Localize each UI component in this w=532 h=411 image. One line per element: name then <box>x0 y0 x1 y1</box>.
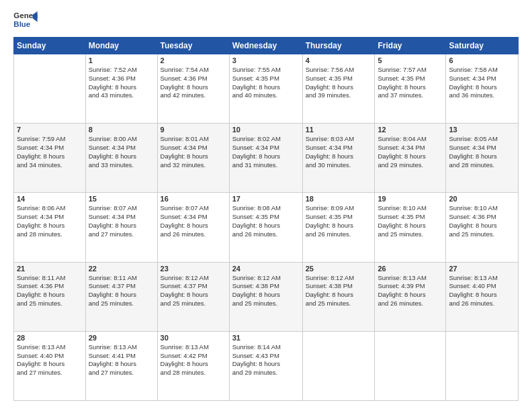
calendar-cell: 20Sunrise: 8:10 AM Sunset: 4:36 PM Dayli… <box>446 193 519 262</box>
calendar-cell: 13Sunrise: 8:05 AM Sunset: 4:34 PM Dayli… <box>446 124 519 193</box>
day-info: Sunrise: 8:00 AM Sunset: 4:34 PM Dayligh… <box>89 135 154 169</box>
svg-text:Blue: Blue <box>13 20 30 28</box>
page: General Blue SundayMondayTuesdayWednesda… <box>0 0 532 411</box>
calendar-cell: 9Sunrise: 8:01 AM Sunset: 4:34 PM Daylig… <box>157 124 229 193</box>
calendar-cell: 22Sunrise: 8:11 AM Sunset: 4:37 PM Dayli… <box>85 262 157 331</box>
day-info: Sunrise: 7:58 AM Sunset: 4:34 PM Dayligh… <box>449 66 515 100</box>
day-info: Sunrise: 8:05 AM Sunset: 4:34 PM Dayligh… <box>449 135 515 169</box>
col-header-sunday: Sunday <box>14 38 86 54</box>
col-header-thursday: Thursday <box>302 38 375 54</box>
calendar-cell <box>302 331 375 400</box>
day-number: 16 <box>161 195 226 203</box>
calendar-cell: 2Sunrise: 7:54 AM Sunset: 4:36 PM Daylig… <box>157 54 229 124</box>
day-number: 15 <box>89 195 154 203</box>
calendar-cell: 1Sunrise: 7:52 AM Sunset: 4:36 PM Daylig… <box>85 54 157 124</box>
calendar-cell: 4Sunrise: 7:56 AM Sunset: 4:35 PM Daylig… <box>302 54 375 124</box>
day-number: 31 <box>232 334 300 342</box>
calendar-cell: 12Sunrise: 8:04 AM Sunset: 4:34 PM Dayli… <box>375 124 446 193</box>
calendar-cell: 15Sunrise: 8:07 AM Sunset: 4:34 PM Dayli… <box>85 193 157 262</box>
day-info: Sunrise: 7:55 AM Sunset: 4:35 PM Dayligh… <box>232 66 300 100</box>
logo-icon: General Blue <box>13 10 38 30</box>
day-info: Sunrise: 8:11 AM Sunset: 4:37 PM Dayligh… <box>89 274 154 308</box>
day-info: Sunrise: 8:10 AM Sunset: 4:35 PM Dayligh… <box>378 204 443 238</box>
calendar-week-4: 21Sunrise: 8:11 AM Sunset: 4:36 PM Dayli… <box>14 262 519 331</box>
day-number: 29 <box>89 334 154 342</box>
calendar-cell: 31Sunrise: 8:14 AM Sunset: 4:43 PM Dayli… <box>229 331 302 400</box>
day-number: 9 <box>161 126 226 134</box>
calendar-cell: 11Sunrise: 8:03 AM Sunset: 4:34 PM Dayli… <box>302 124 375 193</box>
day-info: Sunrise: 8:12 AM Sunset: 4:37 PM Dayligh… <box>161 274 226 308</box>
day-info: Sunrise: 8:13 AM Sunset: 4:41 PM Dayligh… <box>89 343 154 377</box>
calendar-cell <box>375 331 446 400</box>
calendar-cell: 10Sunrise: 8:02 AM Sunset: 4:34 PM Dayli… <box>229 124 302 193</box>
calendar-cell: 25Sunrise: 8:12 AM Sunset: 4:38 PM Dayli… <box>302 262 375 331</box>
day-info: Sunrise: 8:13 AM Sunset: 4:40 PM Dayligh… <box>449 274 515 308</box>
calendar-cell: 16Sunrise: 8:07 AM Sunset: 4:34 PM Dayli… <box>157 193 229 262</box>
calendar-cell: 29Sunrise: 8:13 AM Sunset: 4:41 PM Dayli… <box>85 331 157 400</box>
day-info: Sunrise: 8:07 AM Sunset: 4:34 PM Dayligh… <box>161 204 226 238</box>
day-info: Sunrise: 7:56 AM Sunset: 4:35 PM Dayligh… <box>306 66 372 100</box>
day-info: Sunrise: 8:09 AM Sunset: 4:35 PM Dayligh… <box>306 204 372 238</box>
day-info: Sunrise: 7:57 AM Sunset: 4:35 PM Dayligh… <box>378 66 443 100</box>
day-number: 4 <box>306 56 372 64</box>
col-header-saturday: Saturday <box>446 38 519 54</box>
day-info: Sunrise: 7:52 AM Sunset: 4:36 PM Dayligh… <box>89 66 154 100</box>
day-number: 26 <box>378 265 443 273</box>
day-number: 3 <box>232 56 300 64</box>
day-number: 11 <box>306 126 372 134</box>
day-number: 18 <box>306 195 372 203</box>
day-info: Sunrise: 8:13 AM Sunset: 4:40 PM Dayligh… <box>17 343 83 377</box>
day-info: Sunrise: 7:59 AM Sunset: 4:34 PM Dayligh… <box>17 135 83 169</box>
calendar-cell: 23Sunrise: 8:12 AM Sunset: 4:37 PM Dayli… <box>157 262 229 331</box>
day-number: 6 <box>449 56 515 64</box>
calendar-cell: 28Sunrise: 8:13 AM Sunset: 4:40 PM Dayli… <box>14 331 86 400</box>
calendar-cell <box>14 54 86 124</box>
calendar-cell: 30Sunrise: 8:13 AM Sunset: 4:42 PM Dayli… <box>157 331 229 400</box>
day-info: Sunrise: 8:12 AM Sunset: 4:38 PM Dayligh… <box>232 274 300 308</box>
calendar-cell: 7Sunrise: 7:59 AM Sunset: 4:34 PM Daylig… <box>14 124 86 193</box>
day-info: Sunrise: 8:11 AM Sunset: 4:36 PM Dayligh… <box>17 274 83 308</box>
day-number: 12 <box>378 126 443 134</box>
day-info: Sunrise: 8:01 AM Sunset: 4:34 PM Dayligh… <box>161 135 226 169</box>
calendar-cell: 17Sunrise: 8:08 AM Sunset: 4:35 PM Dayli… <box>229 193 302 262</box>
day-info: Sunrise: 8:13 AM Sunset: 4:39 PM Dayligh… <box>378 274 443 308</box>
header: General Blue <box>13 10 519 30</box>
calendar-cell: 24Sunrise: 8:12 AM Sunset: 4:38 PM Dayli… <box>229 262 302 331</box>
day-info: Sunrise: 8:03 AM Sunset: 4:34 PM Dayligh… <box>306 135 372 169</box>
day-number: 22 <box>89 265 154 273</box>
calendar-cell: 8Sunrise: 8:00 AM Sunset: 4:34 PM Daylig… <box>85 124 157 193</box>
day-number: 5 <box>378 56 443 64</box>
day-number: 30 <box>161 334 226 342</box>
day-info: Sunrise: 7:54 AM Sunset: 4:36 PM Dayligh… <box>161 66 226 100</box>
day-number: 23 <box>161 265 226 273</box>
calendar-week-1: 1Sunrise: 7:52 AM Sunset: 4:36 PM Daylig… <box>14 54 519 124</box>
day-number: 13 <box>449 126 515 134</box>
calendar-cell: 19Sunrise: 8:10 AM Sunset: 4:35 PM Dayli… <box>375 193 446 262</box>
day-info: Sunrise: 8:14 AM Sunset: 4:43 PM Dayligh… <box>232 343 300 377</box>
day-info: Sunrise: 8:08 AM Sunset: 4:35 PM Dayligh… <box>232 204 300 238</box>
day-info: Sunrise: 8:13 AM Sunset: 4:42 PM Dayligh… <box>161 343 226 377</box>
calendar-cell: 3Sunrise: 7:55 AM Sunset: 4:35 PM Daylig… <box>229 54 302 124</box>
day-number: 27 <box>449 265 515 273</box>
calendar-week-2: 7Sunrise: 7:59 AM Sunset: 4:34 PM Daylig… <box>14 124 519 193</box>
calendar-cell: 6Sunrise: 7:58 AM Sunset: 4:34 PM Daylig… <box>446 54 519 124</box>
calendar-cell: 21Sunrise: 8:11 AM Sunset: 4:36 PM Dayli… <box>14 262 86 331</box>
col-header-monday: Monday <box>85 38 157 54</box>
day-info: Sunrise: 8:12 AM Sunset: 4:38 PM Dayligh… <box>306 274 372 308</box>
calendar-cell: 14Sunrise: 8:06 AM Sunset: 4:34 PM Dayli… <box>14 193 86 262</box>
col-header-friday: Friday <box>375 38 446 54</box>
day-info: Sunrise: 8:02 AM Sunset: 4:34 PM Dayligh… <box>232 135 300 169</box>
day-info: Sunrise: 8:10 AM Sunset: 4:36 PM Dayligh… <box>449 204 515 238</box>
day-number: 2 <box>161 56 226 64</box>
calendar-week-3: 14Sunrise: 8:06 AM Sunset: 4:34 PM Dayli… <box>14 193 519 262</box>
day-number: 17 <box>232 195 300 203</box>
day-info: Sunrise: 8:07 AM Sunset: 4:34 PM Dayligh… <box>89 204 154 238</box>
calendar-week-5: 28Sunrise: 8:13 AM Sunset: 4:40 PM Dayli… <box>14 331 519 400</box>
day-number: 19 <box>378 195 443 203</box>
calendar-cell: 26Sunrise: 8:13 AM Sunset: 4:39 PM Dayli… <box>375 262 446 331</box>
day-number: 10 <box>232 126 300 134</box>
day-number: 1 <box>89 56 154 64</box>
day-number: 20 <box>449 195 515 203</box>
calendar-table: SundayMondayTuesdayWednesdayThursdayFrid… <box>13 37 519 401</box>
col-header-wednesday: Wednesday <box>229 38 302 54</box>
